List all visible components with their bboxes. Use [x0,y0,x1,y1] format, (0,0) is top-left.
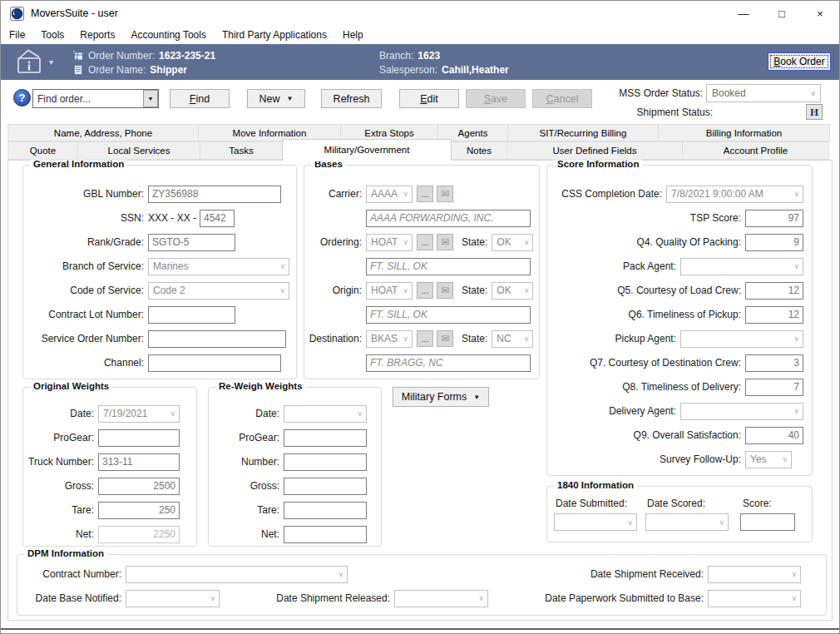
title-bar: MoversSuite - user — □ × [1,1,839,26]
tab-quote[interactable]: Quote [7,141,78,160]
pack-agent-combobox[interactable]: ∨ [680,258,803,275]
original-gross-input[interactable] [98,478,180,495]
destination-code-combobox[interactable]: BKAS ∨ [366,330,413,348]
tab-military-government[interactable]: Military/Government [282,139,452,160]
menu-reports[interactable]: Reports [73,27,121,42]
ordering-email-button[interactable]: ✉ [437,234,453,250]
original-date-combobox[interactable]: 7/19/2021 ∨ [98,405,180,423]
reweigh-tare-input[interactable] [284,502,367,519]
delivery-agent-combobox[interactable]: ∨ [680,403,803,420]
date-submitted-combobox[interactable]: ∨ [554,513,637,531]
tab-tasks[interactable]: Tasks [200,141,283,160]
q9-overall-satisfaction-input[interactable] [745,427,803,444]
military-forms-button[interactable]: Military Forms ▼ [393,387,489,407]
contract-lot-number-input[interactable] [148,306,235,324]
destination-state-combobox[interactable]: NC ∨ [492,330,533,348]
channel-input[interactable] [148,354,281,372]
chevron-down-icon: ∨ [793,407,799,415]
tab-billing-information[interactable]: Billing Information [658,124,830,141]
destination-email-button[interactable]: ✉ [437,330,453,347]
origin-lookup-button[interactable]: ... [417,282,433,299]
reweigh-date-combobox[interactable]: ∨ [284,405,367,423]
q6-timeliness-of-pickup-input[interactable] [745,306,803,324]
chevron-down-icon: ∨ [524,238,530,246]
origin-name-input[interactable] [366,306,531,324]
q7-courtesy-of-destination-crew-input[interactable] [745,354,803,372]
save-button[interactable]: Save [466,89,526,108]
ordering-state-combobox[interactable]: OK ∨ [492,234,533,251]
edit-button[interactable]: Edit [399,89,459,108]
pickup-agent-combobox[interactable]: ∨ [680,330,803,348]
menu-help[interactable]: Help [336,27,370,42]
carrier-code-combobox[interactable]: AAAA ∨ [366,186,413,203]
ordering-lookup-button[interactable]: ... [417,234,433,250]
date-shipment-received-combobox[interactable]: ∨ [708,566,801,583]
menu-accounting-tools[interactable]: Accounting Tools [124,27,213,42]
refresh-button[interactable]: Refresh [321,89,382,108]
carrier-lookup-button[interactable]: ... [417,186,433,202]
find-order-input[interactable] [33,90,143,107]
date-shipment-released-combobox[interactable]: ∨ [394,590,488,607]
chevron-down-icon: ∨ [357,409,363,418]
date-base-notified-label: Date Base Notified: [17,592,126,604]
menu-file[interactable]: File [2,27,32,42]
menu-tools[interactable]: Tools [34,27,71,42]
origin-code-combobox[interactable]: HOAT ∨ [366,282,413,300]
original-truck-number-input[interactable] [98,453,180,471]
tab-account-profile[interactable]: Account Profile [682,141,829,160]
code-of-service-combobox[interactable]: Code 2 ∨ [148,282,289,300]
date-paperwork-submitted-label: Date Paperwork Submitted to Base: [541,592,708,604]
delivery-agent-label: Delivery Agent: [609,405,680,417]
branch-of-service-combobox[interactable]: Marines ∨ [148,258,289,275]
date-scored-combobox[interactable]: ∨ [645,513,729,531]
tsp-score-input[interactable] [745,210,803,227]
close-button[interactable]: × [801,1,839,26]
carrier-name-input[interactable] [366,210,531,227]
original-tare-input[interactable] [98,502,180,519]
reweigh-gross-input[interactable] [284,478,367,495]
score-1840-input[interactable] [740,513,795,531]
q4-quality-of-packing-input[interactable] [745,234,803,251]
service-order-number-input[interactable] [148,330,286,348]
find-button[interactable]: Find [170,89,230,108]
destination-lookup-button[interactable]: ... [417,330,433,347]
q5-courtesy-of-load-crew-input[interactable] [745,282,803,300]
css-completion-date-combobox[interactable]: 7/8/2021 9:00:00 AM ∨ [666,186,803,203]
tab-notes[interactable]: Notes [451,141,507,160]
maximize-button[interactable]: □ [763,1,801,26]
tab-sit-recurring-billing[interactable]: SIT/Recurring Billing [507,124,659,141]
score-information-group: Score Information CSS Completion Date: 7… [546,165,813,476]
order-number-label: Order Number: [88,50,155,62]
ssn-last4-input[interactable] [200,210,235,227]
tab-local-services[interactable]: Local Services [77,141,200,160]
book-order-button[interactable]: Book Order [768,52,831,71]
order-info-menu-button[interactable]: ▾ [12,47,53,76]
tab-user-defined-fields[interactable]: User Defined Fields [506,141,683,160]
minimize-button[interactable]: — [724,1,763,26]
new-button[interactable]: New ▼ [247,89,305,108]
history-button[interactable]: H [806,104,823,120]
tab-name-address-phone[interactable]: Name, Address, Phone [7,124,199,141]
rank-grade-input[interactable] [148,234,235,251]
q8-timeliness-of-delivery-input[interactable] [745,379,803,396]
destination-name-input[interactable] [366,354,531,372]
menu-third-party-applications[interactable]: Third Party Applications [215,27,334,42]
original-progear-input[interactable] [98,429,180,447]
ordering-name-input[interactable] [366,258,531,275]
date-paperwork-submitted-combobox[interactable]: ∨ [708,590,801,607]
ordering-code-combobox[interactable]: HOAT ∨ [366,234,413,251]
origin-email-button[interactable]: ✉ [437,282,453,299]
carrier-email-button[interactable]: ✉ [437,186,453,202]
date-base-notified-combobox[interactable]: ∨ [126,590,220,607]
reweigh-progear-input[interactable] [284,429,367,447]
find-order-dropdown-button[interactable]: ▼ [143,90,158,107]
reweigh-number-input[interactable] [284,453,367,471]
contract-number-combobox[interactable]: ∨ [126,566,348,583]
chevron-down-icon: ∨ [793,190,799,198]
mss-order-status-combobox[interactable]: Booked ∨ [706,84,821,102]
survey-follow-up-combobox[interactable]: Yes ∨ [745,451,792,468]
origin-state-combobox[interactable]: OK ∨ [492,282,533,300]
help-icon[interactable]: ? [13,89,31,106]
gbl-number-input[interactable] [148,186,281,203]
reweigh-net-input[interactable] [284,526,367,543]
